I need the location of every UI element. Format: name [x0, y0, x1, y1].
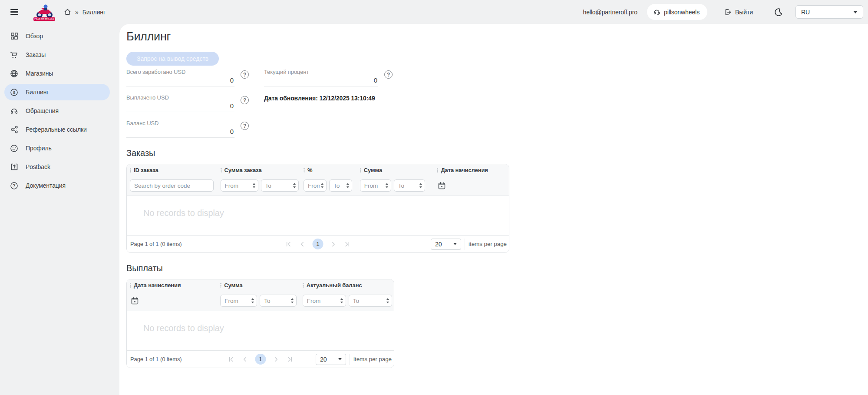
from-input[interactable]: [221, 295, 251, 306]
column-header[interactable]: Актуальный баланс: [300, 282, 394, 289]
to-input[interactable]: [260, 295, 291, 306]
column-header[interactable]: ID заказа: [127, 167, 218, 173]
order-sum-from-input[interactable]: [221, 179, 258, 192]
chevron-down-icon: [338, 358, 342, 360]
amount-to-input[interactable]: [394, 179, 425, 192]
stepper-icon[interactable]: [340, 298, 343, 303]
next-page-button[interactable]: [330, 240, 337, 248]
last-page-button[interactable]: [343, 240, 351, 248]
payout-sum-to-input[interactable]: [260, 295, 297, 307]
prev-page-button[interactable]: [241, 355, 249, 363]
updated-date-text: Дата обновления: 12/12/2025 13:10:49: [264, 94, 378, 112]
logout-icon: [724, 8, 732, 16]
first-page-icon: [228, 356, 234, 362]
sidebar-item-stores[interactable]: Магазины: [4, 65, 110, 82]
stepper-icon[interactable]: [386, 183, 388, 188]
first-page-button[interactable]: [227, 355, 235, 363]
sidebar-item-tickets[interactable]: Обращения: [4, 103, 110, 119]
withdraw-request-button[interactable]: Запрос на вывод средств: [126, 52, 219, 66]
order-sum-to-input[interactable]: [261, 179, 299, 192]
drag-handle-icon[interactable]: [304, 168, 305, 173]
prev-page-button[interactable]: [299, 240, 307, 248]
paid-out-label: Выплачено USD: [126, 94, 234, 101]
menu-icon[interactable]: [10, 9, 18, 15]
stepper-icon[interactable]: [251, 298, 254, 303]
headset-icon: [10, 107, 18, 115]
drag-handle-icon[interactable]: [130, 168, 131, 173]
column-header[interactable]: Сумма: [217, 282, 299, 289]
payout-sum-from-input[interactable]: [220, 295, 257, 307]
order-search-input[interactable]: [130, 179, 214, 192]
motorcycle-logo-image: [35, 3, 53, 18]
help-icon[interactable]: ?: [241, 122, 249, 130]
percent-to-input[interactable]: [329, 179, 352, 192]
from-input[interactable]: [303, 295, 340, 306]
current-page-button[interactable]: 1: [313, 239, 323, 249]
balance-from-input[interactable]: [303, 295, 346, 307]
payouts-page-size-select[interactable]: 20: [316, 354, 346, 365]
next-page-button[interactable]: [272, 355, 280, 363]
balance-label: Баланс USD: [126, 120, 234, 127]
dark-mode-toggle[interactable]: [774, 8, 782, 17]
drag-handle-icon[interactable]: [437, 168, 438, 173]
to-input[interactable]: [394, 180, 419, 191]
drag-handle-icon[interactable]: [360, 168, 361, 173]
help-icon[interactable]: ?: [241, 70, 249, 79]
from-input[interactable]: [304, 180, 321, 191]
balance-to-input[interactable]: [349, 295, 392, 307]
column-header[interactable]: Дата начисления: [127, 282, 217, 289]
share-icon: [10, 126, 18, 134]
last-page-button[interactable]: [286, 355, 294, 363]
from-input[interactable]: [360, 180, 386, 191]
column-header[interactable]: Сумма заказа: [218, 167, 301, 173]
home-icon[interactable]: [64, 8, 71, 16]
to-input[interactable]: [349, 295, 386, 306]
column-header[interactable]: Дата начисления: [434, 167, 509, 173]
stepper-icon[interactable]: [293, 183, 296, 188]
current-page-button[interactable]: 1: [255, 354, 266, 365]
per-page-label: items per page: [465, 239, 507, 250]
drag-handle-icon[interactable]: [303, 283, 304, 288]
date-filter-button[interactable]: [130, 297, 139, 305]
orders-page-size-select[interactable]: 20: [431, 239, 461, 250]
sidebar-item-docs[interactable]: ? Документация: [4, 177, 110, 194]
help-icon[interactable]: ?: [241, 96, 249, 104]
orders-pager: 1: [285, 239, 351, 249]
language-select[interactable]: RU: [795, 5, 863, 19]
support-person-icon: [653, 8, 660, 16]
column-header[interactable]: %: [300, 167, 357, 173]
first-page-button[interactable]: [285, 240, 293, 248]
page-title: Биллинг: [126, 29, 868, 44]
sidebar-item-referral-links[interactable]: Реферальные ссылки: [4, 121, 110, 138]
from-input[interactable]: [221, 180, 253, 191]
sidebar-item-overview[interactable]: Обзор: [4, 28, 110, 44]
stepper-icon[interactable]: [419, 183, 422, 188]
stepper-icon[interactable]: [253, 183, 255, 188]
logo[interactable]: PILLS ON WHEELS: [34, 3, 54, 21]
help-icon[interactable]: ?: [384, 70, 393, 79]
logout-button[interactable]: Выйти: [724, 8, 753, 16]
column-header[interactable]: Сумма: [357, 167, 434, 173]
account-badge[interactable]: pillsonwheels: [647, 4, 707, 20]
sidebar-item-orders[interactable]: Заказы: [4, 46, 110, 63]
stepper-icon[interactable]: [291, 298, 294, 303]
question-circle-icon: ?: [10, 182, 18, 190]
stepper-icon[interactable]: [321, 183, 323, 188]
paid-out-field: Выплачено USD 0: [126, 94, 234, 112]
drag-handle-icon[interactable]: [220, 283, 221, 288]
sidebar-item-label: Заказы: [26, 51, 46, 58]
to-input[interactable]: [261, 180, 293, 191]
sidebar-item-profile[interactable]: Профиль: [4, 140, 110, 156]
breadcrumb-current[interactable]: Биллинг: [83, 9, 106, 16]
percent-from-input[interactable]: [304, 179, 327, 192]
date-filter-button[interactable]: [437, 182, 446, 190]
stepper-icon[interactable]: [386, 298, 389, 303]
sidebar-item-postback[interactable]: Postback: [4, 159, 110, 175]
amount-from-input[interactable]: [360, 179, 391, 192]
sidebar-item-billing[interactable]: $ Биллинг: [4, 84, 110, 100]
stepper-icon[interactable]: [347, 183, 349, 188]
to-input[interactable]: [330, 180, 347, 191]
drag-handle-icon[interactable]: [221, 168, 222, 173]
drag-handle-icon[interactable]: [130, 283, 131, 288]
payouts-filter-row: [127, 291, 394, 311]
